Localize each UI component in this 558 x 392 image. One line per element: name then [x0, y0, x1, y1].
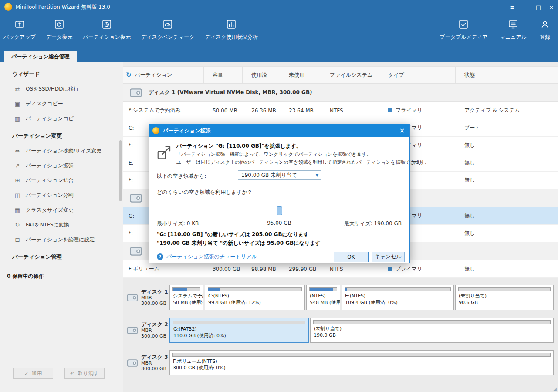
app-logo-icon — [4, 3, 12, 11]
partition-copy-icon: ▥ — [14, 115, 21, 122]
toolbar-register[interactable]: 登録 — [536, 14, 554, 51]
col-unused: 未使用 — [280, 67, 321, 83]
size-slider-handle[interactable] — [277, 206, 282, 215]
dialog-title: パーティション拡張 — [163, 127, 211, 135]
title-bar: MiniTool Partition Wizard 無料版 13.0 ≡ ─ □… — [0, 0, 558, 14]
sidebar-item-migrate-os[interactable]: ⇄ OSをSSD/HDDに移行 — [0, 81, 123, 96]
disk-icon — [127, 358, 138, 368]
col-capacity: 容量 — [204, 67, 243, 83]
col-type: タイプ — [379, 67, 456, 83]
extend-partition-icon: ↗ — [14, 162, 21, 169]
diskmap-disk2-label[interactable]: ディスク 2 MBR 300.00 GB — [124, 318, 169, 343]
sidebar-item-set-logical[interactable]: ⊟ パーティションを論理に設定 — [0, 232, 123, 247]
dialog-description-1: 「パーティション拡張」機能によって、ワンクリックでパーティションを拡張できます。 — [176, 151, 371, 158]
toolbar-backup[interactable]: バックアップ — [1, 14, 38, 51]
usage-bar — [173, 321, 305, 324]
fat-to-ntfs-icon: ↻ — [14, 222, 21, 228]
sidebar-item-split-partition[interactable]: ◫ パーティション分割 — [0, 188, 123, 203]
disk-icon — [127, 326, 138, 335]
partition-row[interactable]: F:ボリューム 300.00 GB 98.98 MB 299.90 GB NTF… — [123, 260, 558, 278]
unallocated-block[interactable]: (未割り当て) 90.6 GB — [455, 285, 554, 310]
sidebar-item-cluster-size[interactable]: ▦ クラスタサイズ変更 — [0, 203, 123, 217]
partition-row[interactable]: *:システムで予約済み 50.00 MB 26.36 MB 23.64 MB N… — [123, 102, 558, 119]
move-resize-icon: ⇔ — [14, 148, 21, 154]
usage-bar — [313, 320, 551, 324]
dialog-question: どのくらいの空き領域を利用しますか？ — [157, 189, 252, 196]
merge-partition-icon: ⊞ — [14, 177, 21, 184]
usage-bar — [345, 287, 451, 291]
ok-button[interactable]: OK — [334, 252, 369, 262]
sidebar: ウィザード ⇄ OSをSSD/HDDに移行 ▣ ディスクコピー ▥ パーティショ… — [0, 62, 123, 392]
extend-partition-dialog-icon — [156, 144, 172, 162]
primary-type-icon — [388, 267, 392, 271]
disk-icon — [127, 293, 138, 302]
sidebar-item-extend-partition[interactable]: ↗ パーティション拡張 — [0, 158, 123, 173]
disk-copy-icon: ▣ — [14, 101, 21, 107]
disk-icon — [129, 246, 142, 257]
toolbar-space-analyzer[interactable]: ディスク使用状況分析 — [202, 14, 260, 51]
dialog-logo-icon — [152, 127, 159, 134]
sidebar-section-change: パーティション変更 — [0, 128, 123, 143]
window-title: MiniTool Partition Wizard 無料版 13.0 — [16, 3, 110, 11]
apply-check-icon: ✓ — [24, 371, 28, 377]
split-partition-icon: ◫ — [14, 192, 21, 199]
free-space-dropdown[interactable]: 190.00 GB 未割り当て ▼ — [238, 170, 321, 180]
sidebar-item-merge-partition[interactable]: ⊞ パーティション結合 — [0, 173, 123, 188]
sidebar-item-disk-copy[interactable]: ▣ ディスクコピー — [0, 96, 123, 111]
toolbar-bootable-media[interactable]: ブータブルメディア — [437, 14, 490, 51]
col-status: 状態 — [456, 67, 558, 83]
disk-block[interactable]: F:ボリューム(NTFS) 300.0 GB (使用済: 0%) — [169, 350, 554, 375]
diskmap-disk1: ディスク 1 MBR 300.00 GB システムで予約 50 MB (使用済:… — [124, 285, 557, 310]
tab-bar: パーティション総合管理 — [0, 51, 558, 62]
toolbar-disk-benchmark[interactable]: ディスクベンチマーク — [139, 14, 197, 51]
dialog-close-icon[interactable]: × — [395, 124, 409, 137]
usage-bar — [309, 287, 337, 291]
dialog-heading: パーティション "G: [110.00 GB]"を拡張します。 — [176, 142, 301, 150]
bootable-media-icon — [457, 18, 470, 30]
dialog-title-bar: パーティション拡張 × — [149, 124, 409, 137]
sidebar-scrollbar[interactable] — [119, 140, 122, 201]
usage-bar — [172, 287, 200, 291]
refresh-icon[interactable]: ↻ — [126, 71, 132, 79]
free-space-dropdown-value: 190.00 GB 未割り当て — [238, 172, 313, 179]
cancel-button[interactable]: キャンセル — [372, 252, 405, 262]
diskmap-disk1-label[interactable]: ディスク 1 MBR 300.00 GB — [124, 285, 169, 310]
sidebar-item-fat-to-ntfs[interactable]: ↻ FATをNTFSに変換 — [0, 217, 123, 232]
disk-block[interactable]: C:(NTFS) 99.4 GB (使用済: 12%) — [205, 285, 305, 310]
minimize-icon[interactable]: ─ — [519, 0, 532, 14]
migrate-os-icon: ⇄ — [14, 86, 21, 92]
tutorial-link[interactable]: パーティション拡張のチュートリアル — [166, 253, 257, 260]
space-analyzer-icon — [225, 18, 237, 30]
disk-block[interactable]: E:(NTFS) 109.4 GB (使用済: 0%) — [342, 285, 454, 310]
cluster-size-icon: ▦ — [14, 207, 21, 213]
toolbar-manual[interactable]: マニュアル — [497, 14, 529, 51]
result-line-1: "G: [110.00 GB] "の新しいサイズは 205.00 GBになります — [157, 231, 309, 238]
sidebar-item-partition-copy[interactable]: ▥ パーティションコピー — [0, 111, 123, 126]
undo-arrow-icon: ↶ — [70, 371, 74, 377]
resize-grip-icon[interactable]: ◢ — [553, 386, 557, 391]
size-slider — [157, 206, 402, 216]
manual-icon — [507, 18, 519, 30]
disk-block[interactable]: (NTFS) 548 MB (使用 — [306, 285, 340, 310]
close-icon[interactable]: × — [545, 0, 558, 14]
usage-bar — [458, 287, 551, 291]
toolbar-data-recovery[interactable]: データ復元 — [44, 14, 75, 51]
take-space-label: 以下の空き領域から: — [157, 172, 206, 180]
apply-button[interactable]: ✓ 適用 — [13, 368, 53, 379]
result-line-2: "190.00 GB 未割り当て "の新しいサイズは 95.00 GBになります — [157, 240, 321, 247]
disk-icon — [129, 193, 142, 203]
register-icon — [539, 18, 551, 30]
maximize-icon[interactable]: □ — [532, 0, 545, 14]
disk1-group-row[interactable]: ディスク 1 (VMware Virtual NVMe Disk, MBR, 3… — [123, 84, 558, 102]
set-logical-icon: ⊟ — [14, 237, 21, 243]
pending-operations-label: 0 保留中の操作 — [0, 268, 123, 284]
tab-partition-management[interactable]: パーティション総合管理 — [4, 51, 77, 62]
undo-button[interactable]: ↶ 取り消す — [64, 368, 105, 379]
sidebar-item-move-resize[interactable]: ⇔ パーティション移動/サイズ変更 — [0, 143, 123, 158]
disk-block[interactable]: システムで予約 50 MB (使用済: — [169, 285, 203, 310]
toolbar-partition-recovery[interactable]: パーティション復元 — [80, 14, 133, 51]
unallocated-block[interactable]: (未割り当て) 190.0 GB — [310, 318, 554, 343]
diskmap-disk3-label[interactable]: ディスク 3 MBR 300.00 GB — [124, 350, 169, 375]
disk-block-selected[interactable]: G:(FAT32) 110.0 GB (使用済: 0%) — [169, 318, 309, 343]
menu-icon[interactable]: ≡ — [506, 0, 519, 14]
